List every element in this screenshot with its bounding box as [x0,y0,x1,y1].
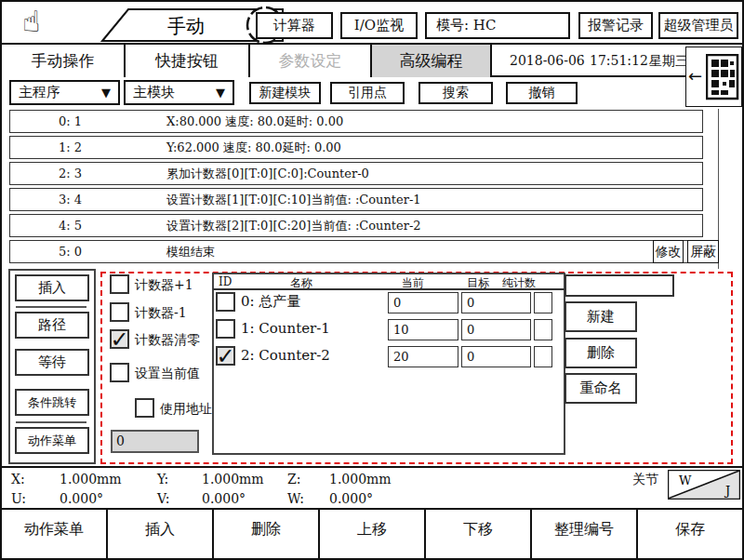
counter-row-checkbox[interactable]: ✓ [216,346,235,366]
delete-counter-button[interactable]: 删除 [565,338,637,368]
keypad-panel-button[interactable]: ← [685,47,742,107]
axis-value: 1.000mm [202,472,264,487]
footer-move-down-button[interactable]: 下移 [426,510,532,560]
reference-point-button[interactable]: 引用点 [330,82,405,104]
module-dropdown[interactable]: 主模块 ▼ [124,80,234,105]
axis-label: Y: [157,472,168,487]
program-dropdown[interactable]: 主程序 ▼ [9,80,120,105]
new-module-button[interactable]: 新建模块 [249,82,321,104]
program-row-content: X:80.000 速度: 80.0延时: 0.00 [166,113,343,130]
address-value-field[interactable]: 0 [111,430,199,453]
program-row-content: 设置计数器[1][T:0][C:10]当前值: :Counter-1 [166,192,421,208]
use-address-checkbox[interactable] [135,398,154,418]
footer-action-menu-button[interactable]: 动作菜单 [2,510,108,560]
tab-advanced-programming[interactable]: 高级编程 [372,45,492,77]
counter-clear-checkbox[interactable]: ✓ [110,329,129,349]
counter-target-field[interactable]: 0 [461,346,531,367]
program-dropdown-value: 主程序 [19,84,60,101]
path-action-button[interactable]: 路径 [15,312,89,339]
pure-count-checkbox[interactable] [534,319,552,340]
program-row-content: 累加计数器[0][T:0][C:0]:Counter-0 [166,166,369,182]
pure-count-checkbox[interactable] [534,292,552,313]
time-text: 17:51:12 [590,53,648,68]
counter-name-input[interactable] [565,274,674,297]
program-row[interactable]: 5: 0 模组结束 [9,240,703,263]
program-row[interactable]: 3: 4 设置计数器[1][T:0][C:10]当前值: :Counter-1 [9,188,703,211]
divider [16,421,86,423]
joint-mode-label: 关节 [632,472,658,488]
chevron-down-icon: ▼ [216,86,225,100]
axis-value: 0.000° [60,491,103,506]
program-row-index: 4: 5 [59,219,82,233]
mask-button[interactable]: 屏蔽 [687,240,719,263]
program-row[interactable]: 1: 2 Y:62.000 速度: 80.0延时: 0.00 [9,136,703,159]
axis-label: U: [11,491,26,506]
program-row-index: 3: 4 [59,193,82,207]
program-row[interactable]: 0: 1 X:80.000 速度: 80.0延时: 0.00 [9,110,703,133]
table-header-divider [213,288,565,290]
counter-target-field[interactable]: 0 [461,292,531,313]
col-header-id: ID [219,275,232,288]
counter-row-name[interactable]: 2: Counter-2 [241,347,330,364]
search-button[interactable]: 搜索 [418,82,493,104]
modify-button[interactable]: 修改 [653,240,684,263]
coordinate-mode-toggle[interactable]: W J [668,470,740,500]
user-role-button[interactable]: 超级管理员 [658,12,738,39]
rename-counter-button[interactable]: 重命名 [565,373,637,404]
counter-current-field[interactable]: 0 [388,292,458,313]
back-arrow-icon: ← [688,66,702,86]
counter-row-name[interactable]: 0: 总产量 [241,293,300,311]
counter-plus-label: 计数器+1 [135,277,193,294]
program-row[interactable]: 2: 3 累加计数器[0][T:0][C:0]:Counter-0 [9,162,703,185]
undo-button[interactable]: 撤销 [506,82,578,104]
model-number-field: 模号: HC [425,12,570,39]
alarm-log-button[interactable]: 报警记录 [578,12,653,39]
footer-save-button[interactable]: 保存 [638,510,742,560]
tab-manual-operation[interactable]: 手动操作 [2,45,126,77]
program-row-content: 模组结束 [166,244,215,260]
coord-mode-joint: J [724,484,730,498]
bottom-button-bar: 动作菜单 插入 删除 上移 下移 整理编号 保存 [2,508,742,560]
conditional-jump-button[interactable]: 条件跳转 [15,389,89,416]
module-dropdown-value: 主模块 [133,84,175,101]
pure-count-checkbox[interactable] [534,346,552,367]
program-row-index: 2: 3 [59,167,82,180]
use-address-label: 使用地址 [160,401,212,418]
tab-shortcut-buttons[interactable]: 快捷按钮 [126,45,250,77]
axis-value: 0.000° [202,491,246,506]
program-row-index: 0: 1 [59,114,82,128]
axis-label: W: [287,491,304,506]
counter-target-field[interactable]: 0 [461,319,531,340]
counter-row-checkbox[interactable] [216,292,235,312]
calculator-button[interactable]: 计算器 [256,12,333,39]
program-row[interactable]: 4: 5 设置计数器[2][T:0][C:20]当前值: :Counter-2 [9,214,703,237]
hmi-screen: ☝ 手动 % 10 计算器 I/O监视 模号: HC 报警记录 超级管理员 手动… [0,0,744,560]
program-row-index: 5: 0 [59,245,82,259]
hand-mode-icon[interactable]: ☝ [22,4,40,39]
weekday-text: 星期三 [649,53,688,70]
counter-row-checkbox[interactable] [216,319,235,339]
counter-row-name[interactable]: 1: Counter-1 [241,320,330,337]
insert-action-button[interactable]: 插入 [15,274,89,301]
program-row-content: 设置计数器[2][T:0][C:20]当前值: :Counter-2 [166,218,421,234]
tab-parameter-settings[interactable]: 参数设定 [250,45,372,77]
io-monitor-button[interactable]: I/O监视 [340,12,418,39]
counter-plus-checkbox[interactable] [110,274,129,294]
top-bar: ☝ 手动 % 10 计算器 I/O监视 模号: HC 报警记录 超级管理员 [2,2,742,45]
new-counter-button[interactable]: 新建 [565,301,637,332]
footer-delete-button[interactable]: 删除 [214,510,320,560]
coord-mode-world: W [679,473,692,487]
footer-renumber-button[interactable]: 整理编号 [532,510,638,560]
counter-current-field[interactable]: 10 [388,319,458,340]
set-current-value-checkbox[interactable] [110,363,129,382]
axis-value: 1.000mm [60,472,122,487]
wait-action-button[interactable]: 等待 [15,349,89,376]
footer-move-up-button[interactable]: 上移 [320,510,426,560]
axis-label: Z: [287,472,300,487]
counter-minus-checkbox[interactable] [110,302,129,322]
set-current-value-label: 设置当前值 [135,366,200,382]
counter-current-field[interactable]: 20 [388,346,458,367]
counter-clear-label: 计数器清零 [135,332,200,349]
footer-insert-button[interactable]: 插入 [108,510,214,560]
action-menu-button[interactable]: 动作菜单 [15,427,89,454]
